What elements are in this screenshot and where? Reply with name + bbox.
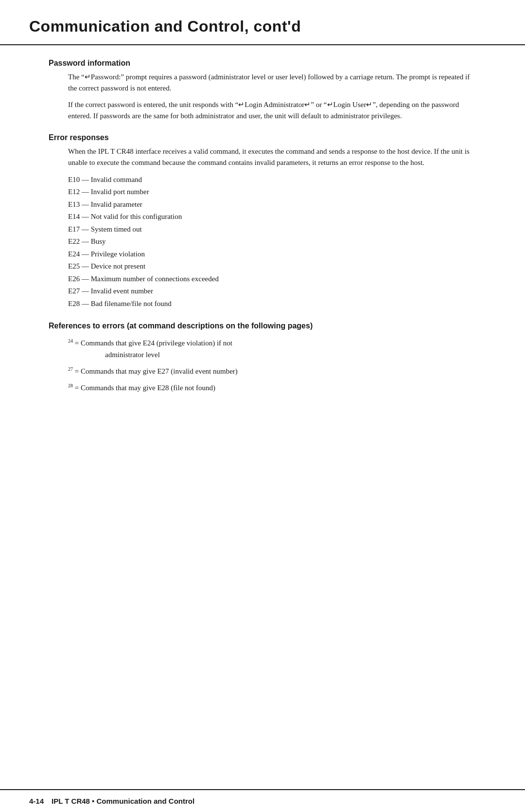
list-item: E12 — Invalid port number: [68, 186, 476, 198]
references-section: References to errors (at command descrip…: [49, 322, 476, 394]
list-item: E24 — Privilege violation: [68, 248, 476, 261]
ref-sup-27: 27: [68, 366, 73, 372]
error-responses-intro: When the IPL T CR48 interface receives a…: [49, 146, 476, 169]
list-item: E14 — Not valid for this configuration: [68, 211, 476, 223]
list-item: E25 — Device not present: [68, 260, 476, 273]
password-section: Password information The “↵Password:” pr…: [49, 59, 476, 122]
list-item: E28 — Bad filename/file not found: [68, 298, 476, 310]
error-responses-heading: Error responses: [49, 133, 476, 142]
ref-sup-28: 28: [68, 383, 73, 388]
list-item: E17 — System timed out: [68, 223, 476, 236]
password-paragraph-1: The “↵Password:” prompt requires a passw…: [49, 72, 476, 94]
footer-text: IPL T CR48 • Communication and Control: [52, 797, 194, 805]
list-item: E10 — Invalid command: [68, 174, 476, 186]
password-paragraph-2: If the correct password is entered, the …: [49, 99, 476, 122]
page-container: Communication and Control, cont'd Passwo…: [0, 0, 525, 812]
references-heading: References to errors (at command descrip…: [49, 322, 476, 330]
list-item: E22 — Busy: [68, 235, 476, 248]
reference-item-28: 28 = Commands that may give E28 (file no…: [49, 382, 476, 394]
list-item: E13 — Invalid parameter: [68, 198, 476, 211]
footer-section: 4-14 IPL T CR48 • Communication and Cont…: [0, 789, 525, 812]
reference-item-27: 27 = Commands that may give E27 (invalid…: [49, 365, 476, 377]
footer-page-number: 4-14: [29, 797, 44, 805]
password-heading: Password information: [49, 59, 476, 68]
list-item: E27 — Invalid event number: [68, 285, 476, 298]
reference-item-24: 24 = Commands that give E24 (privilege v…: [49, 337, 476, 361]
ref-sup-24: 24: [68, 338, 73, 343]
content-area: Password information The “↵Password:” pr…: [0, 59, 525, 444]
error-list: E10 — Invalid command E12 — Invalid port…: [49, 174, 476, 310]
ref-text-24: = Commands that give E24 (privilege viol…: [75, 339, 232, 347]
error-responses-section: Error responses When the IPL T CR48 inte…: [49, 133, 476, 310]
page-title: Communication and Control, cont'd: [29, 18, 496, 36]
header-section: Communication and Control, cont'd: [0, 0, 525, 45]
ref-indent-24: administrator level: [68, 349, 476, 361]
list-item: E26 — Maximum number of connections exce…: [68, 273, 476, 286]
